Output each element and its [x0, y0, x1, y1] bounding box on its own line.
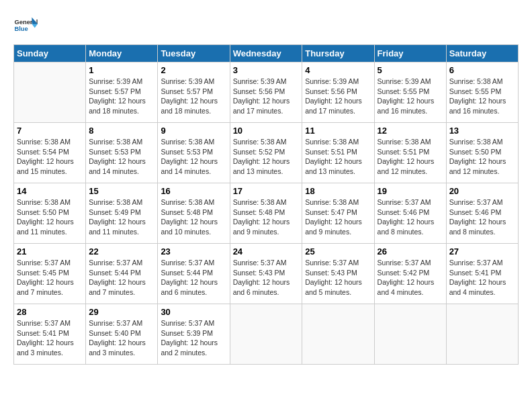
calendar-cell: 3Sunrise: 5:39 AMSunset: 5:56 PMDaylight…	[230, 62, 302, 123]
calendar-cell: 27Sunrise: 5:37 AMSunset: 5:41 PMDayligh…	[446, 244, 518, 304]
calendar-cell: 26Sunrise: 5:37 AMSunset: 5:42 PMDayligh…	[374, 244, 446, 304]
day-info: Sunrise: 5:37 AMSunset: 5:45 PMDaylight:…	[17, 258, 83, 298]
day-info: Sunrise: 5:38 AMSunset: 5:49 PMDaylight:…	[89, 197, 154, 237]
day-info: Sunrise: 5:38 AMSunset: 5:51 PMDaylight:…	[305, 137, 371, 177]
calendar-week-row: 14Sunrise: 5:38 AMSunset: 5:50 PMDayligh…	[14, 183, 519, 244]
calendar-cell: 23Sunrise: 5:37 AMSunset: 5:44 PMDayligh…	[158, 244, 230, 304]
calendar-week-row: 7Sunrise: 5:38 AMSunset: 5:54 PMDaylight…	[14, 123, 519, 183]
calendar-cell: 20Sunrise: 5:37 AMSunset: 5:46 PMDayligh…	[446, 183, 518, 244]
weekday-header: Friday	[374, 45, 446, 62]
calendar-cell	[446, 304, 518, 365]
day-info: Sunrise: 5:38 AMSunset: 5:53 PMDaylight:…	[89, 137, 154, 177]
day-info: Sunrise: 5:38 AMSunset: 5:54 PMDaylight:…	[17, 137, 83, 177]
calendar-cell: 10Sunrise: 5:38 AMSunset: 5:52 PMDayligh…	[230, 123, 302, 183]
day-info: Sunrise: 5:37 AMSunset: 5:43 PMDaylight:…	[305, 258, 371, 298]
day-number: 25	[305, 246, 371, 257]
calendar-cell: 13Sunrise: 5:38 AMSunset: 5:50 PMDayligh…	[446, 123, 518, 183]
weekday-header: Monday	[86, 45, 158, 62]
calendar-cell: 4Sunrise: 5:39 AMSunset: 5:56 PMDaylight…	[302, 62, 374, 123]
day-number: 9	[161, 126, 226, 136]
weekday-header: Tuesday	[158, 45, 230, 62]
day-info: Sunrise: 5:37 AMSunset: 5:46 PMDaylight:…	[449, 197, 515, 237]
day-number: 30	[161, 307, 226, 317]
day-info: Sunrise: 5:37 AMSunset: 5:39 PMDaylight:…	[161, 318, 226, 358]
calendar-cell	[14, 62, 86, 123]
calendar-cell: 24Sunrise: 5:37 AMSunset: 5:43 PMDayligh…	[230, 244, 302, 304]
day-info: Sunrise: 5:39 AMSunset: 5:57 PMDaylight:…	[89, 77, 154, 116]
calendar-cell: 25Sunrise: 5:37 AMSunset: 5:43 PMDayligh…	[302, 244, 374, 304]
day-number: 3	[233, 65, 300, 75]
day-info: Sunrise: 5:38 AMSunset: 5:55 PMDaylight:…	[449, 77, 515, 116]
calendar-cell: 29Sunrise: 5:37 AMSunset: 5:40 PMDayligh…	[86, 304, 158, 365]
day-number: 22	[89, 246, 154, 257]
calendar-cell: 21Sunrise: 5:37 AMSunset: 5:45 PMDayligh…	[14, 244, 86, 304]
weekday-header-row: SundayMondayTuesdayWednesdayThursdayFrid…	[14, 45, 519, 62]
weekday-header: Sunday	[14, 45, 86, 62]
day-number: 4	[305, 65, 371, 75]
day-number: 27	[449, 246, 515, 257]
calendar-week-row: 1Sunrise: 5:39 AMSunset: 5:57 PMDaylight…	[14, 62, 519, 123]
day-info: Sunrise: 5:39 AMSunset: 5:55 PMDaylight:…	[378, 77, 443, 116]
calendar-cell: 12Sunrise: 5:38 AMSunset: 5:51 PMDayligh…	[374, 123, 446, 183]
day-info: Sunrise: 5:37 AMSunset: 5:40 PMDaylight:…	[89, 318, 154, 358]
calendar-cell	[230, 304, 302, 365]
day-info: Sunrise: 5:38 AMSunset: 5:50 PMDaylight:…	[17, 197, 83, 237]
day-number: 6	[449, 65, 515, 75]
day-info: Sunrise: 5:37 AMSunset: 5:41 PMDaylight:…	[449, 258, 515, 298]
day-number: 8	[89, 126, 154, 136]
day-info: Sunrise: 5:38 AMSunset: 5:51 PMDaylight:…	[378, 137, 443, 177]
day-info: Sunrise: 5:37 AMSunset: 5:41 PMDaylight:…	[17, 318, 83, 358]
weekday-header: Wednesday	[230, 45, 302, 62]
page-header: General Blue	[13, 13, 519, 38]
day-info: Sunrise: 5:37 AMSunset: 5:42 PMDaylight:…	[378, 258, 443, 298]
calendar-cell: 11Sunrise: 5:38 AMSunset: 5:51 PMDayligh…	[302, 123, 374, 183]
day-number: 29	[89, 307, 154, 317]
day-number: 17	[233, 186, 300, 196]
day-number: 21	[17, 246, 83, 257]
calendar-cell: 7Sunrise: 5:38 AMSunset: 5:54 PMDaylight…	[14, 123, 86, 183]
calendar-cell	[374, 304, 446, 365]
calendar-cell: 14Sunrise: 5:38 AMSunset: 5:50 PMDayligh…	[14, 183, 86, 244]
day-info: Sunrise: 5:37 AMSunset: 5:44 PMDaylight:…	[89, 258, 154, 298]
day-number: 26	[378, 246, 443, 257]
calendar-cell: 15Sunrise: 5:38 AMSunset: 5:49 PMDayligh…	[86, 183, 158, 244]
weekday-header: Saturday	[446, 45, 518, 62]
day-number: 19	[378, 186, 443, 196]
calendar-cell	[302, 304, 374, 365]
calendar-week-row: 28Sunrise: 5:37 AMSunset: 5:41 PMDayligh…	[14, 304, 519, 365]
day-number: 18	[305, 186, 371, 196]
calendar-cell: 18Sunrise: 5:38 AMSunset: 5:47 PMDayligh…	[302, 183, 374, 244]
day-info: Sunrise: 5:38 AMSunset: 5:53 PMDaylight:…	[161, 137, 226, 177]
day-number: 20	[449, 186, 515, 196]
logo: General Blue	[13, 13, 38, 38]
day-info: Sunrise: 5:37 AMSunset: 5:46 PMDaylight:…	[378, 197, 443, 237]
day-info: Sunrise: 5:38 AMSunset: 5:52 PMDaylight:…	[233, 137, 300, 177]
day-info: Sunrise: 5:38 AMSunset: 5:48 PMDaylight:…	[233, 197, 300, 237]
day-number: 15	[89, 186, 154, 196]
svg-text:Blue: Blue	[14, 26, 28, 32]
day-number: 23	[161, 246, 226, 257]
day-info: Sunrise: 5:38 AMSunset: 5:48 PMDaylight:…	[161, 197, 226, 237]
svg-marker-3	[32, 24, 38, 28]
day-number: 5	[378, 65, 443, 75]
calendar-cell: 5Sunrise: 5:39 AMSunset: 5:55 PMDaylight…	[374, 62, 446, 123]
day-number: 11	[305, 126, 371, 136]
day-info: Sunrise: 5:38 AMSunset: 5:47 PMDaylight:…	[305, 197, 371, 237]
calendar-cell: 9Sunrise: 5:38 AMSunset: 5:53 PMDaylight…	[158, 123, 230, 183]
calendar-cell: 19Sunrise: 5:37 AMSunset: 5:46 PMDayligh…	[374, 183, 446, 244]
calendar-week-row: 21Sunrise: 5:37 AMSunset: 5:45 PMDayligh…	[14, 244, 519, 304]
calendar-cell: 6Sunrise: 5:38 AMSunset: 5:55 PMDaylight…	[446, 62, 518, 123]
day-number: 24	[233, 246, 300, 257]
day-number: 13	[449, 126, 515, 136]
day-number: 12	[378, 126, 443, 136]
logo-icon: General Blue	[13, 13, 38, 38]
day-number: 7	[17, 126, 83, 136]
day-number: 14	[17, 186, 83, 196]
calendar-cell: 30Sunrise: 5:37 AMSunset: 5:39 PMDayligh…	[158, 304, 230, 365]
calendar-cell: 2Sunrise: 5:39 AMSunset: 5:57 PMDaylight…	[158, 62, 230, 123]
calendar-cell: 28Sunrise: 5:37 AMSunset: 5:41 PMDayligh…	[14, 304, 86, 365]
day-info: Sunrise: 5:37 AMSunset: 5:43 PMDaylight:…	[233, 258, 300, 298]
day-number: 28	[17, 307, 83, 317]
day-info: Sunrise: 5:39 AMSunset: 5:56 PMDaylight:…	[233, 77, 300, 116]
weekday-header: Thursday	[302, 45, 374, 62]
